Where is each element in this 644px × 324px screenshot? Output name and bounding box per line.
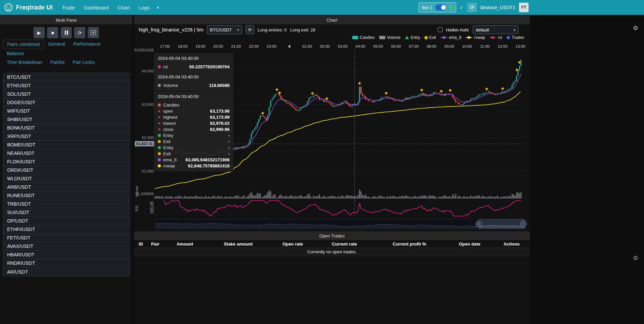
legend-entry[interactable]: Entry xyxy=(405,35,420,40)
nav-links: TradeDashboardChartLogs xyxy=(57,5,154,10)
x-axis-tick: 12:00 xyxy=(498,44,508,48)
plot-config-value: default xyxy=(476,27,489,32)
app-brand[interactable]: Freqtrade UI xyxy=(4,3,52,12)
y-axis-label: 62,000 xyxy=(142,136,154,140)
exit-marker xyxy=(385,92,388,95)
chart-area[interactable]: 61,827.4151505142664,00063,00062,00061,0… xyxy=(134,41,530,231)
force-exit-button[interactable]: × xyxy=(88,27,99,38)
open-trades-panel: Open Trades IDPairAmountStake amountOpen… xyxy=(134,231,530,256)
bot-selector[interactable]: Bot 1 xyxy=(418,2,456,13)
pair-select-value: BTC/USDT xyxy=(210,27,232,32)
tab-performance[interactable]: Performance xyxy=(69,40,104,49)
pair-row-trb[interactable]: TRB/USDT xyxy=(3,200,129,208)
pair-row-bonk[interactable]: BONK/USDT xyxy=(3,124,129,132)
legend-rsi[interactable]: rsi xyxy=(489,35,502,40)
legend-candles[interactable]: Candles xyxy=(352,35,375,40)
pause-button[interactable] xyxy=(61,27,72,38)
legend-volume[interactable]: Volume xyxy=(379,35,401,40)
pair-row-sui[interactable]: SUI/USDT xyxy=(3,208,129,217)
open-trades-title: Open Trades xyxy=(319,233,345,238)
plot-settings-gear-button[interactable]: ⚙ xyxy=(633,24,638,32)
play-button[interactable]: ▶ xyxy=(34,27,45,38)
tab-pairlist[interactable]: Pairlist xyxy=(46,58,69,67)
datazoom-selection xyxy=(479,219,525,229)
pair-list: BTC/USDTETH/USDTSOL/USDTDOGE/USDTWIF/USD… xyxy=(3,73,130,276)
nav-link-logs[interactable]: Logs xyxy=(134,5,154,10)
bot-online-dot xyxy=(449,6,453,9)
pair-row-hbar[interactable]: HBAR/USDT xyxy=(3,251,129,259)
pair-row-btc[interactable]: BTC/USDT xyxy=(3,73,129,82)
pair-row-eth[interactable]: ETH/USDT xyxy=(3,82,129,90)
col-open-date: Open date xyxy=(446,241,493,247)
exit-marker xyxy=(261,112,264,115)
heikin-ashi-checkbox[interactable] xyxy=(438,27,443,32)
nav-link-dashboard[interactable]: Dashboard xyxy=(79,5,113,10)
pair-row-near[interactable]: NEAR/USDT xyxy=(3,149,129,158)
pair-row-ethfi[interactable]: ETHFI/USDT xyxy=(3,225,129,234)
pause-icon xyxy=(65,30,68,35)
col-current-rate: Current rate xyxy=(316,241,373,247)
user-avatar[interactable]: FT xyxy=(519,3,529,12)
chart-panel-header[interactable]: Chart xyxy=(134,16,530,24)
pair-row-shib[interactable]: SHIB/USDT xyxy=(3,115,129,124)
x-axis-tick: 10:00 xyxy=(462,44,472,48)
x-axis-tick: 20:00 xyxy=(213,44,223,48)
legend-rvwap[interactable]: rvwap xyxy=(466,35,485,40)
pair-select[interactable]: BTC/USDT ▾ xyxy=(207,25,242,34)
open-trades-empty-text: Currently no open trades. xyxy=(307,249,357,254)
col-stake-amount: Stake amount xyxy=(207,241,270,247)
chevron-down-icon: ▾ xyxy=(514,28,515,32)
pair-row-avax[interactable]: AVAX/USDT xyxy=(3,242,129,251)
rsi-marker-icon xyxy=(489,36,496,39)
long-exit-label: Long exit: 28 xyxy=(290,27,315,32)
pair-row-floki[interactable]: FLOKI/USDT xyxy=(3,158,129,166)
datazoom-handle[interactable] xyxy=(476,221,481,227)
price-chart-canvas[interactable]: 61,827.4151505142664,00063,00062,00061,0… xyxy=(134,41,530,231)
rsi-tick-label: 50 xyxy=(150,210,154,214)
layout-gear-button[interactable]: ⚙ xyxy=(633,254,638,262)
pair-row-wld[interactable]: WLD/USDT xyxy=(3,175,129,183)
pair-row-arb[interactable]: ARB/USDT xyxy=(3,183,129,191)
plot-config-select[interactable]: default ▾ xyxy=(473,25,518,34)
nav-link-trade[interactable]: Trade xyxy=(57,5,79,10)
multi-pane-header[interactable]: Multi Pane xyxy=(0,16,132,24)
check-icon[interactable]: ✓ xyxy=(460,5,464,10)
open-trades-header[interactable]: Open Trades xyxy=(134,231,530,240)
pair-row-ordi[interactable]: ORDI/USDT xyxy=(3,166,129,175)
pair-row-sol[interactable]: SOL/USDT xyxy=(3,90,129,98)
legend-trades[interactable]: Trades xyxy=(507,35,524,40)
pair-row-ar[interactable]: AR/USDT xyxy=(3,268,129,276)
chart-title: Chart xyxy=(327,18,338,23)
pair-row-fet[interactable]: FET/USDT xyxy=(3,234,129,242)
legend-exit[interactable]: Exit xyxy=(425,35,436,40)
navbar-reload-button[interactable]: ⟳ xyxy=(467,3,477,12)
datazoom-handle[interactable] xyxy=(521,221,527,227)
navbar-right: Bot 1 ✓ ⟳ binance_USDT1 FT xyxy=(418,0,529,15)
pair-row-bome[interactable]: BOME/USDT xyxy=(3,141,129,149)
reload-icon: ⟳ xyxy=(78,30,82,36)
stop-button[interactable]: ■ xyxy=(47,27,58,38)
ema_8-marker-icon xyxy=(441,36,447,39)
chart-refresh-button[interactable]: ⟳ xyxy=(245,25,254,34)
tab-balance[interactable]: Balance xyxy=(3,49,28,58)
pair-row-doge[interactable]: DOGE/USDT xyxy=(3,98,129,107)
x-axis-tick: 05:00 xyxy=(373,44,383,48)
pair-row-rndr[interactable]: RNDR/USDT xyxy=(3,259,129,268)
nav-link-chart[interactable]: Chart xyxy=(113,5,134,10)
tab-general[interactable]: General xyxy=(44,40,69,49)
y-axis-label: 63,000 xyxy=(142,102,154,107)
pair-row-op[interactable]: OP/USDT xyxy=(3,217,129,225)
bot-toggle[interactable] xyxy=(435,4,447,10)
open-trades-header-row: IDPairAmountStake amountOpen rateCurrent… xyxy=(134,240,530,248)
pair-row-rune[interactable]: RUNE/USDT xyxy=(3,191,129,200)
tab-pair-locks[interactable]: Pair Locks xyxy=(69,58,99,67)
tab-pairs-combined[interactable]: Pairs combined xyxy=(3,40,44,49)
exit-marker xyxy=(501,87,504,90)
tab-time-breakdown[interactable]: Time Breakdown xyxy=(3,58,46,67)
legend-ema_8[interactable]: ema_8 xyxy=(441,35,461,40)
exit-marker xyxy=(278,91,281,94)
pair-row-wif[interactable]: WIF/USDT xyxy=(3,107,129,115)
pair-row-xrp[interactable]: XRP/USDT xyxy=(3,132,129,141)
theme-toggle-icon[interactable]: ◐ xyxy=(157,4,160,10)
reload-config-button[interactable]: ⟳ xyxy=(74,27,85,38)
